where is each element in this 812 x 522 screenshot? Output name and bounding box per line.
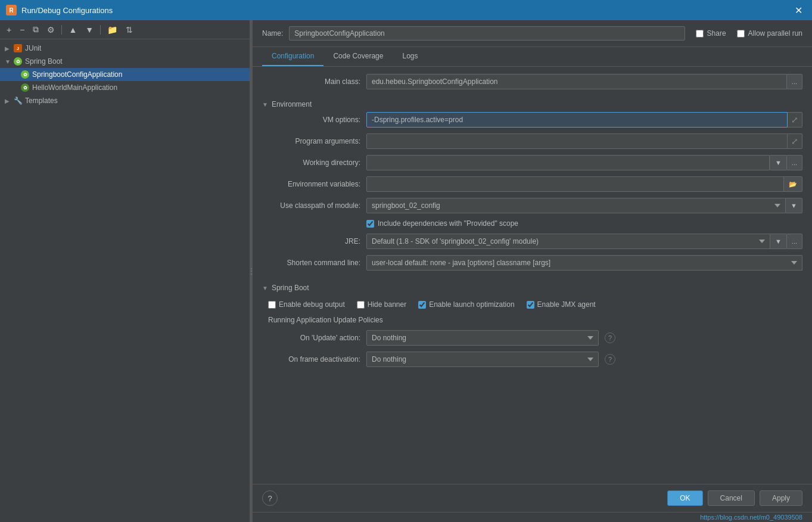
- tree-item-spring-boot[interactable]: ▼ ✿ Spring Boot: [0, 55, 250, 68]
- tab-logs[interactable]: Logs: [393, 47, 427, 66]
- include-deps-row: Include dependencies with "Provided" sco…: [366, 219, 802, 228]
- tree-item-templates[interactable]: ▶ 🔧 Templates: [0, 94, 250, 107]
- copy-button[interactable]: ⧉: [30, 23, 42, 36]
- templates-label: Templates: [25, 97, 58, 105]
- program-args-group: ⤢: [366, 133, 802, 149]
- settings-button[interactable]: ⚙: [44, 23, 58, 36]
- folder-button[interactable]: 📁: [104, 23, 120, 36]
- toolbar: + − ⧉ ⚙ ▲ ▼ 📁 ⇅: [0, 20, 250, 39]
- tab-bar: Configuration Code Coverage Logs: [253, 47, 812, 67]
- environment-section-header[interactable]: ▼ Environment: [262, 95, 802, 112]
- junit-icon: J: [13, 44, 23, 53]
- include-deps-checkbox[interactable]: [366, 220, 374, 228]
- left-panel: + − ⧉ ⚙ ▲ ▼ 📁 ⇅ ▶ J JUnit ▼: [0, 20, 250, 522]
- classpath-select[interactable]: springboot_02_config: [366, 198, 786, 213]
- bottom-bar-right: OK Cancel Apply: [667, 490, 802, 506]
- main-class-label: Main class:: [262, 77, 360, 86]
- spring-boot-options: Enable debug output Hide banner Enable l…: [268, 300, 802, 309]
- working-directory-input[interactable]: [366, 155, 770, 170]
- bottom-bar: ? OK Cancel Apply: [253, 484, 812, 512]
- help-button[interactable]: ?: [262, 490, 278, 506]
- remove-button[interactable]: −: [17, 23, 27, 36]
- on-frame-label: On frame deactivation:: [268, 355, 360, 363]
- policy-title: Running Application Update Policies: [268, 316, 802, 324]
- classpath-dropdown-button[interactable]: ▼: [786, 198, 802, 213]
- vm-options-input[interactable]: [366, 112, 788, 128]
- arrow-up-button[interactable]: ▲: [66, 23, 80, 36]
- working-directory-browse-button[interactable]: ...: [787, 155, 802, 170]
- enable-launch-checkbox[interactable]: [418, 301, 426, 309]
- tree-item-hello-world[interactable]: ✿ HelloWorldMainApplication: [0, 81, 250, 94]
- enable-debug-checkbox[interactable]: [268, 301, 276, 309]
- tab-code-coverage[interactable]: Code Coverage: [323, 47, 393, 66]
- spring-boot-section-label: Spring Boot: [272, 284, 309, 292]
- right-panel: Name: Share Allow parallel run Configura…: [253, 20, 812, 522]
- tab-configuration[interactable]: Configuration: [262, 47, 323, 66]
- policy-section: Running Application Update Policies On '…: [268, 316, 802, 367]
- shorten-cmd-select[interactable]: user-local default: none - java [options…: [366, 255, 802, 271]
- working-directory-dropdown[interactable]: ▼: [770, 155, 787, 170]
- toolbar-separator-1: [61, 25, 62, 35]
- vm-options-expand-button[interactable]: ⤢: [788, 112, 802, 128]
- vm-options-label: VM options:: [262, 116, 360, 124]
- springboot-config-label: SpringbootConfigApplication: [32, 70, 122, 79]
- main-class-browse-button[interactable]: ...: [787, 74, 802, 89]
- program-arguments-input[interactable]: [366, 133, 788, 149]
- ok-button[interactable]: OK: [667, 490, 702, 506]
- junit-arrow: ▶: [5, 45, 11, 52]
- enable-jmx-checkbox[interactable]: [527, 301, 534, 309]
- tree-item-junit[interactable]: ▶ J JUnit: [0, 42, 250, 55]
- close-button[interactable]: ✕: [791, 4, 806, 17]
- classpath-label: Use classpath of module:: [262, 201, 360, 210]
- hide-banner-checkbox[interactable]: [357, 301, 365, 309]
- spring-boot-arrow: ▼: [5, 58, 11, 65]
- main-class-input[interactable]: [366, 74, 787, 89]
- env-variables-input[interactable]: [366, 176, 784, 192]
- apply-button[interactable]: Apply: [760, 490, 802, 506]
- tree-item-springboot-config[interactable]: ✿ SpringbootConfigApplication: [0, 68, 250, 81]
- config-tree: ▶ J JUnit ▼ ✿ Spring Boot ✿ Spr: [0, 39, 250, 522]
- jre-select[interactable]: Default (1.8 - SDK of 'springboot_02_con…: [366, 234, 770, 249]
- env-variables-browse-button[interactable]: 📂: [784, 176, 802, 192]
- enable-jmx-option: Enable JMX agent: [527, 300, 596, 309]
- sort-button[interactable]: ⇅: [123, 23, 136, 36]
- name-label: Name:: [262, 29, 283, 38]
- vm-options-group: ⤢: [366, 112, 802, 128]
- jre-browse-button[interactable]: ...: [787, 234, 802, 249]
- parallel-run-checkbox[interactable]: [737, 30, 745, 38]
- program-args-expand-button[interactable]: ⤢: [788, 133, 802, 149]
- on-update-row: On 'Update' action: Do nothing ?: [268, 330, 802, 346]
- content-area: Main class: ... ▼ Environment VM options…: [253, 67, 812, 484]
- spring-boot-section-header[interactable]: ▼ Spring Boot: [262, 279, 802, 296]
- working-directory-label: Working directory:: [262, 159, 360, 167]
- cancel-button[interactable]: Cancel: [708, 490, 755, 506]
- templates-arrow: ▶: [5, 98, 11, 104]
- toolbar-separator-2: [100, 25, 101, 35]
- on-update-help-icon[interactable]: ?: [605, 333, 615, 343]
- shorten-cmd-label: Shorten command line:: [262, 259, 360, 267]
- vm-options-row: VM options: ⤢: [262, 112, 802, 128]
- name-input[interactable]: [289, 26, 685, 41]
- share-group: Share: [696, 29, 726, 38]
- jre-group: Default (1.8 - SDK of 'springboot_02_con…: [366, 234, 802, 249]
- jre-dropdown-button[interactable]: ▼: [770, 234, 787, 249]
- parallel-run-group: Allow parallel run: [737, 29, 802, 38]
- title-bar: R Run/Debug Configurations ✕: [0, 0, 812, 20]
- on-frame-help-icon[interactable]: ?: [605, 354, 615, 365]
- hide-banner-label: Hide banner: [368, 300, 406, 309]
- env-variables-row: Environment variables: 📂: [262, 176, 802, 192]
- arrow-down-button[interactable]: ▼: [82, 23, 97, 36]
- parallel-run-label: Allow parallel run: [748, 29, 802, 38]
- on-update-select[interactable]: Do nothing: [366, 330, 599, 346]
- dialog-title: Run/Debug Configurations: [21, 6, 113, 15]
- hello-world-icon: ✿: [20, 83, 30, 92]
- share-checkbox[interactable]: [696, 30, 704, 38]
- share-label: Share: [707, 29, 726, 38]
- title-bar-left: R Run/Debug Configurations: [6, 5, 113, 15]
- spring-boot-icon: ✿: [13, 57, 23, 66]
- add-button[interactable]: +: [4, 23, 14, 36]
- on-frame-select[interactable]: Do nothing: [366, 352, 599, 367]
- env-variables-label: Environment variables:: [262, 180, 360, 188]
- spring-boot-label: Spring Boot: [25, 57, 63, 66]
- junit-label: JUnit: [25, 44, 41, 52]
